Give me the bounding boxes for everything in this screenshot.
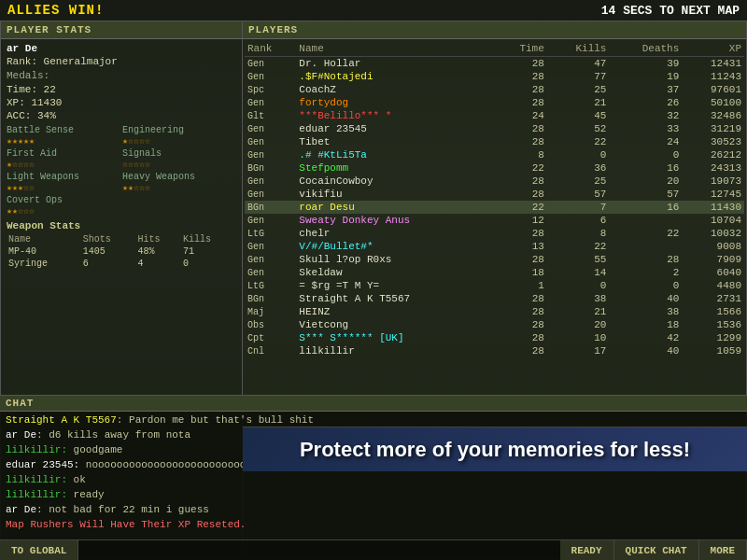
player-xp: 24313: [682, 161, 744, 175]
player-rank: Maj: [245, 305, 296, 318]
player-kills: 47: [547, 57, 610, 71]
weapon-table-row: MP-40 1405 48% 71: [7, 245, 236, 258]
player-row: Gen Skeldaw 18 14 2 6040: [245, 266, 744, 279]
player-deaths: 0: [609, 279, 682, 292]
top-bar: ALLIES WIN! 14 SECS TO NEXT MAP: [0, 0, 747, 21]
player-rank: Spc: [245, 83, 296, 96]
player-xp: 12745: [682, 188, 744, 201]
player-xp: 1299: [682, 331, 744, 344]
weapon-shots: 1405: [81, 245, 136, 258]
player-name: roar Desu: [296, 201, 495, 214]
player-deaths: 0: [609, 148, 682, 161]
weapon-col-kills: Kills: [181, 233, 236, 245]
chat-message: Map Rushers Will Have Their XP Reseted.: [6, 518, 741, 532]
chat-title: CHAT: [0, 396, 747, 412]
player-rank: BGn: [245, 292, 296, 305]
player-kills: 8: [547, 227, 610, 240]
player-row: Gen .# #KtLi5Ta 8 0 0 26212: [245, 148, 744, 161]
player-rank: Obs: [245, 318, 296, 331]
weapon-table: Name Shots Hits Kills MP-40 1405 48% 71S…: [7, 233, 236, 270]
player-deaths: 16: [609, 201, 682, 214]
xp-value: XP: 11430: [7, 97, 62, 108]
player-kills: 14: [547, 266, 610, 279]
player-kills: 38: [547, 292, 610, 305]
weapon-stats-title: Weapon Stats: [7, 220, 236, 231]
skill-stars-lw: ★★★☆☆: [7, 182, 120, 193]
player-kills: 52: [547, 122, 610, 135]
more-button[interactable]: MORE: [699, 540, 747, 560]
player-xp: 32486: [682, 109, 744, 122]
players-header-row: Rank Name Time Kills Deaths XP: [245, 41, 744, 57]
player-name: CoachZ: [296, 83, 495, 96]
time-row: Time: 22: [7, 84, 236, 95]
col-xp: XP: [682, 41, 744, 57]
player-time: 28: [496, 96, 547, 109]
player-kills: 57: [547, 188, 610, 201]
player-xp: 31219: [682, 122, 744, 135]
player-deaths: 32: [609, 109, 682, 122]
player-kills: 22: [547, 135, 610, 148]
player-deaths: 40: [609, 292, 682, 305]
weapon-hits: 48%: [136, 245, 182, 258]
player-deaths: 40: [609, 344, 682, 357]
chat-sender: eduar 23545:: [6, 459, 79, 470]
player-xp: 2731: [682, 292, 744, 305]
player-row: BGn Stefpomm 22 36 16 24313: [245, 161, 744, 175]
player-time: 28: [496, 344, 547, 357]
player-time: 28: [496, 305, 547, 318]
quick-chat-button[interactable]: QUICK CHAT: [614, 540, 699, 560]
player-time: 28: [496, 83, 547, 96]
player-xp: 50100: [682, 96, 744, 109]
player-name: Tibet: [296, 135, 495, 148]
to-global-button[interactable]: TO GLOBAL: [0, 540, 78, 560]
player-name: Skull l?op R0xs: [296, 253, 495, 266]
chat-sender: lilkillir:: [6, 489, 67, 500]
player-kills: 6: [547, 214, 610, 227]
skill-name-fa: First Aid: [7, 148, 120, 159]
player-name: chelr: [296, 227, 495, 240]
player-kills: 22: [547, 240, 610, 253]
player-deaths: 19: [609, 70, 682, 83]
player-kills: 25: [547, 83, 610, 96]
chat-text: : not bad for 22 min i guess: [36, 504, 209, 515]
ready-button[interactable]: READY: [560, 540, 614, 560]
player-name: V/#/Bullet#*: [296, 240, 495, 253]
player-rank: Gen: [245, 175, 296, 188]
skill-name-bs: Battle Sense: [7, 125, 120, 135]
player-name: HEINZ: [296, 305, 495, 318]
chat-message: lilkillir: ready: [6, 488, 741, 502]
player-time: 22: [496, 161, 547, 175]
player-kills: 45: [547, 109, 610, 122]
player-kills: 20: [547, 318, 610, 331]
bottom-bar: TO GLOBAL READY QUICK CHAT MORE: [0, 539, 747, 560]
rank-value: Rank: Generalmajor: [7, 56, 118, 67]
player-row: Gen vikifiu 28 57 57 12745: [245, 188, 744, 201]
player-xp: 11430: [682, 201, 744, 214]
chat-sender: lilkillir:: [6, 474, 67, 485]
player-xp: 19073: [682, 175, 744, 188]
player-deaths: 28: [609, 253, 682, 266]
chat-sender: ar De: [6, 429, 36, 441]
skill-name-lw: Light Weapons: [7, 172, 120, 182]
chat-message: ar De: not bad for 22 min i guess: [6, 503, 741, 517]
player-xp: 12431: [682, 57, 744, 71]
player-name-row: ar De: [7, 43, 236, 54]
player-rank: Gen: [245, 135, 296, 148]
chat-sender: Straight A K T5567: [6, 414, 117, 426]
weapon-hits: 4: [136, 258, 182, 270]
chat-text: goodgame: [67, 444, 122, 455]
next-map-timer: 14 SECS TO NEXT MAP: [601, 4, 740, 18]
player-xp: 6040: [682, 266, 744, 279]
weapon-kills: 0: [181, 258, 236, 270]
player-row: Spc CoachZ 28 25 37 97601: [245, 83, 744, 96]
player-rank: Glt: [245, 109, 296, 122]
medals-label: Medals:: [7, 70, 63, 81]
player-xp: 97601: [682, 83, 744, 96]
skill-heavy-weapons: Heavy Weapons ★★☆☆☆: [122, 172, 236, 193]
skill-stars-sig: ☆☆☆☆☆: [122, 159, 236, 170]
player-kills: 0: [547, 279, 610, 292]
player-name: Straight A K T5567: [296, 292, 495, 305]
col-deaths: Deaths: [609, 41, 682, 57]
player-row: Obs Vietcong 28 20 18 1536: [245, 318, 744, 331]
player-kills: 0: [547, 148, 610, 161]
